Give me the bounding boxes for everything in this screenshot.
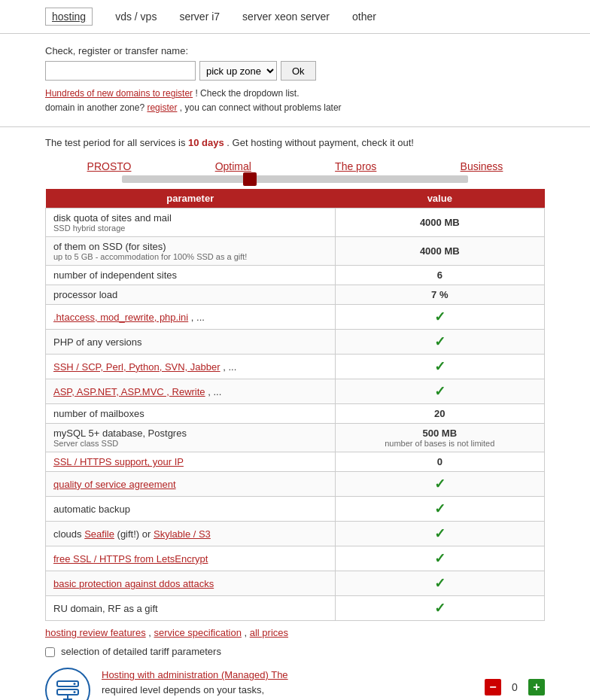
managed-counter: − 0 + [485, 668, 545, 695]
tab-pros[interactable]: The pros [335, 160, 376, 172]
ok-button[interactable]: Ok [281, 61, 316, 81]
hint-suffix-1: ! Check the dropdown list. [195, 88, 299, 99]
param-sites-count: number of independent sites [46, 266, 336, 285]
domain-label: Check, register or transfer name: [45, 45, 545, 56]
ddos-link[interactable]: basic protection against ddos attacks [53, 578, 214, 589]
value-sites-count: 6 [335, 266, 544, 285]
trial-suffix: . Get hosting without payment, check it … [227, 137, 414, 148]
table-row: automatic backup ✓ [46, 497, 545, 522]
param-ssh: SSH / SCP, Perl, Python, SVN, Jabber , .… [46, 355, 336, 379]
managed-icon [45, 668, 90, 700]
counter-row: − 0 + [485, 671, 545, 695]
param-ssd-sites: of them on SSD (for sites) up to 5 GB - … [46, 237, 336, 266]
value-ssh: ✓ [335, 355, 544, 379]
table-row: number of independent sites 6 [46, 266, 545, 285]
table-row: number of mailboxes 20 [46, 404, 545, 424]
letsencrypt-link[interactable]: free SSL / HTTPS from LetsEncrypt [53, 553, 208, 565]
qos-link[interactable]: quality of service agreement [53, 479, 176, 490]
htaccess-link[interactable]: .htaccess, mod_rewrite, php.ini [53, 312, 188, 323]
trial-prefix: The test period for all services is [45, 137, 185, 148]
param-ddos: basic protection against ddos attacks [46, 571, 336, 596]
footer-sep2: , [245, 627, 250, 638]
domain-section: Check, register or transfer name: pick u… [0, 34, 590, 123]
table-row: ASP, ASP.NET, ASP.MVC , Rewrite , ... ✓ [46, 379, 545, 404]
value-ddos: ✓ [335, 571, 544, 596]
table-row: processor load 7 % [46, 285, 545, 305]
svg-point-2 [74, 683, 76, 685]
param-asp: ASP, ASP.NET, ASP.MVC , Rewrite , ... [46, 379, 336, 404]
managed-text: Hosting with administration (Managed) Th… [102, 668, 473, 700]
param-sub: Server class SSD [53, 439, 327, 448]
counter-value: 0 [507, 681, 522, 693]
tab-optimal[interactable]: Optimal [215, 160, 251, 172]
zone-select[interactable]: pick up zone .com .ru .net .org [199, 61, 277, 81]
table-row: of them on SSD (for sites) up to 5 GB - … [46, 237, 545, 266]
value-ssd-sites: 4000 MB [335, 237, 544, 266]
detailed-params-row: selection of detailed tariff parameters [0, 641, 590, 662]
register-link[interactable]: register [147, 102, 177, 113]
table-row: free SSL / HTTPS from LetsEncrypt ✓ [46, 546, 545, 571]
param-sub: up to 5 GB - accommodation for 100% SSD … [53, 252, 327, 261]
value-mailboxes: 20 [335, 404, 544, 424]
spec-link[interactable]: service specification [154, 627, 242, 638]
table-header-value: value [335, 189, 544, 208]
trial-days: 10 days [188, 137, 224, 148]
domain-input-row: pick up zone .com .ru .net .org Ok [45, 61, 545, 81]
param-ssl: SSL / HTTPS support, your IP [46, 452, 336, 472]
table-row: clouds Seafile (gift!) or Skylable / S3 … [46, 522, 545, 546]
plan-slider-thumb[interactable] [243, 172, 257, 186]
param-ru-domain: RU domain, RF as a gift [46, 596, 336, 621]
nav-server-xeon[interactable]: server xeon server [242, 11, 330, 23]
skylable-link[interactable]: Skylable / S3 [154, 528, 211, 540]
value-clouds: ✓ [335, 522, 544, 546]
domain-text-input[interactable] [45, 61, 196, 81]
value-sub: number of bases is not limited [343, 439, 537, 448]
value-qos: ✓ [335, 472, 544, 497]
ssh-link[interactable]: SSH / SCP, Perl, Python, SVN, Jabber [53, 361, 220, 373]
detailed-params-checkbox[interactable] [45, 647, 55, 657]
value-htaccess: ✓ [335, 305, 544, 330]
features-table-section: parameter value disk quota of sites and … [0, 189, 590, 621]
nav-hosting[interactable]: hosting [45, 8, 93, 26]
hint-prefix-2: domain in another zone? [45, 102, 147, 113]
footer-sep1: , [148, 627, 154, 638]
tab-prosto[interactable]: PROSTO [87, 160, 132, 172]
managed-title-link[interactable]: Hosting with administration (Managed) Th… [102, 669, 288, 680]
param-clouds: clouds Seafile (gift!) or Skylable / S3 [46, 522, 336, 546]
nav-server-i7[interactable]: server i7 [179, 11, 220, 23]
plan-tabs: PROSTO Optimal The pros Business [0, 154, 590, 172]
table-header-param: parameter [46, 189, 336, 208]
prices-link[interactable]: all prices [250, 627, 288, 638]
table-row: SSH / SCP, Perl, Python, SVN, Jabber , .… [46, 355, 545, 379]
table-row: .htaccess, mod_rewrite, php.ini , ... ✓ [46, 305, 545, 330]
tab-business[interactable]: Business [461, 160, 503, 172]
managed-block: Hosting with administration (Managed) Th… [0, 662, 590, 700]
plan-slider-row [0, 172, 590, 189]
review-link[interactable]: hosting review features [45, 627, 146, 638]
value-letsencrypt: ✓ [335, 546, 544, 571]
features-table: parameter value disk quota of sites and … [45, 189, 545, 621]
nav-vds[interactable]: vds / vps [115, 11, 157, 23]
counter-plus-button[interactable]: + [528, 679, 545, 695]
value-php: ✓ [335, 330, 544, 355]
table-row: RU domain, RF as a gift ✓ [46, 596, 545, 621]
table-row: basic protection against ddos attacks ✓ [46, 571, 545, 596]
ssl-link[interactable]: SSL / HTTPS support, your IP [53, 456, 184, 467]
plan-slider-track[interactable] [122, 175, 468, 183]
seafile-link[interactable]: Seafile [84, 528, 114, 540]
param-php: PHP of any versions [46, 330, 336, 355]
value-cpu-load: 7 % [335, 285, 544, 305]
nav-other[interactable]: other [352, 11, 376, 23]
divider [0, 126, 590, 127]
top-navigation: hosting vds / vps server i7 server xeon … [0, 0, 590, 34]
hint-suffix-2: , you can connect without problems later [180, 102, 342, 113]
new-domains-link[interactable]: Hundreds of new domains to register [45, 88, 193, 99]
trial-notice: The test period for all services is 10 d… [0, 131, 590, 154]
counter-minus-button[interactable]: − [485, 679, 501, 695]
param-mysql: mySQL 5+ database, Postgres Server class… [46, 424, 336, 452]
value-backup: ✓ [335, 497, 544, 522]
value-ssl: 0 [335, 452, 544, 472]
asp-link[interactable]: ASP, ASP.NET, ASP.MVC , Rewrite [53, 386, 205, 397]
svg-point-3 [74, 691, 76, 693]
table-footer: hosting review features , service specif… [0, 621, 590, 641]
